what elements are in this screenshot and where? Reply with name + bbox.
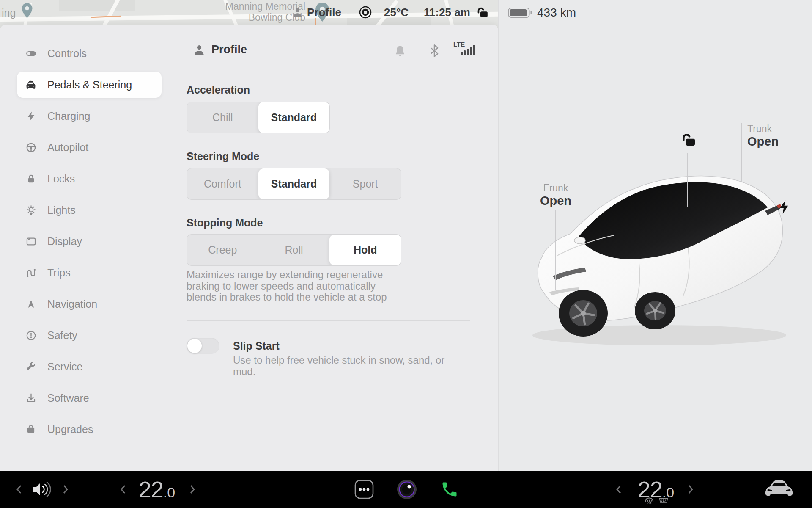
bag-icon	[25, 423, 37, 435]
record-indicator-button[interactable]	[359, 0, 372, 25]
bulb-icon	[25, 204, 37, 216]
charge-port-bolt-icon[interactable]	[779, 200, 790, 214]
navigation-arrow-icon	[25, 298, 37, 310]
cabin-camera-button[interactable]	[396, 471, 418, 508]
volume-down-button[interactable]	[13, 471, 25, 508]
steering-option-comfort[interactable]: Comfort	[187, 168, 258, 199]
sidebar-item-label: Display	[47, 235, 82, 248]
wrench-icon	[25, 361, 37, 373]
driver-temp-up-button[interactable]	[186, 471, 199, 508]
vehicle-status-panel: 433km	[498, 0, 812, 471]
sidebar-item-label: Charging	[47, 110, 90, 122]
route-icon	[25, 267, 37, 279]
car-front-icon	[764, 479, 794, 500]
toggle-knob	[187, 339, 202, 353]
profile-status-label: Profile	[307, 6, 341, 19]
front-defrost-icon[interactable]	[644, 495, 655, 506]
person-icon	[292, 7, 303, 18]
sidebar-item-label: Safety	[47, 329, 77, 342]
map-pin-icon	[20, 3, 34, 20]
acceleration-option-standard[interactable]: Standard	[258, 102, 330, 133]
lock-status-button[interactable]	[475, 0, 489, 25]
signal-strength-icon	[461, 45, 475, 55]
defrost-indicators	[644, 495, 669, 506]
sidebar-item-autopilot[interactable]: Autopilot	[17, 134, 162, 160]
frunk-indicator-line	[555, 210, 556, 290]
alert-circle-icon	[25, 329, 37, 341]
steering-option-standard[interactable]: Standard	[258, 168, 330, 199]
frunk-state: Open	[522, 194, 590, 207]
display-icon	[25, 235, 37, 247]
clock: 11:25 am	[424, 0, 470, 25]
sidebar-item-service[interactable]: Service	[17, 353, 162, 380]
sidebar-item-label: Navigation	[47, 298, 97, 310]
section-divider	[187, 320, 470, 321]
notification-bell-icon[interactable]	[393, 44, 407, 58]
slip-start-toggle[interactable]	[187, 338, 219, 354]
trunk-state: Open	[747, 135, 779, 148]
steering-wheel-icon	[25, 141, 37, 153]
climate-car-button[interactable]	[762, 471, 796, 508]
driver-temp-down-button[interactable]	[117, 471, 129, 508]
sidebar-item-label: Controls	[47, 47, 87, 60]
acceleration-option-chill[interactable]: Chill	[187, 102, 258, 133]
sidebar-item-charging[interactable]: Charging	[17, 103, 162, 129]
settings-panel: Controls Pedals & Steering Charging Auto…	[0, 25, 498, 471]
app-launcher-button[interactable]	[354, 471, 375, 508]
driver-temperature-button[interactable]: 22.0	[134, 471, 180, 508]
person-icon	[193, 44, 206, 56]
sidebar-item-controls[interactable]: Controls	[17, 40, 162, 66]
passenger-temp-down-button[interactable]	[612, 471, 625, 508]
sidebar-item-label: Software	[47, 392, 89, 404]
record-indicator-icon	[359, 6, 372, 19]
sidebar-item-upgrades[interactable]: Upgrades	[17, 416, 162, 442]
sidebar-item-locks[interactable]: Locks	[17, 166, 162, 192]
trunk-label: Trunk	[747, 123, 779, 135]
tesla-infotainment-screen: ing Manning Memorial Bowling Club Profil…	[0, 0, 812, 508]
bluetooth-icon[interactable]	[428, 43, 441, 58]
phone-button[interactable]	[439, 471, 460, 508]
sidebar-item-lights[interactable]: Lights	[17, 197, 162, 223]
frunk-label: Frunk	[522, 182, 590, 194]
stopping-section-label: Stopping Mode	[187, 217, 263, 229]
sidebar-item-navigation[interactable]: Navigation	[17, 291, 162, 317]
outside-temperature: 25°C	[384, 6, 409, 19]
bottom-launcher-bar: 22.0	[0, 471, 812, 508]
chevron-right-icon	[189, 483, 196, 495]
vehicle-unlocked-icon[interactable]	[680, 131, 697, 148]
rear-defrost-icon[interactable]	[658, 495, 669, 506]
sidebar-item-label: Lights	[47, 204, 76, 216]
slip-start-description: Use to help free vehicle stuck in snow, …	[233, 355, 444, 377]
stopping-mode-description: Maximizes range by extending regenerativ…	[187, 269, 387, 303]
passenger-temp-up-button[interactable]	[684, 471, 697, 508]
frunk-open-button[interactable]: Frunk Open	[522, 182, 590, 207]
steering-option-sport[interactable]: Sport	[329, 168, 401, 199]
steering-segmented-control: Comfort Standard Sport	[187, 168, 401, 200]
stopping-option-roll[interactable]: Roll	[258, 235, 330, 265]
toggle-icon	[25, 47, 37, 59]
driver-temperature-value: 22.0	[139, 476, 175, 502]
stopping-option-creep[interactable]: Creep	[187, 235, 258, 265]
temperature-status-button[interactable]: 25°C	[384, 0, 409, 25]
battery-range-button[interactable]: 433km	[508, 6, 576, 19]
trunk-open-button[interactable]: Trunk Open	[747, 123, 779, 148]
download-icon	[25, 392, 37, 404]
map-block	[59, 0, 135, 11]
sidebar-item-trips[interactable]: Trips	[17, 260, 162, 286]
panel-title: Profile	[193, 43, 247, 56]
profile-status-button[interactable]: Profile	[292, 0, 341, 25]
sidebar-item-pedals-steering[interactable]: Pedals & Steering	[17, 72, 162, 98]
stopping-option-hold[interactable]: Hold	[329, 235, 401, 265]
volume-button[interactable]	[30, 471, 53, 508]
sidebar-item-software[interactable]: Software	[17, 385, 162, 411]
phone-icon	[440, 480, 459, 499]
chevron-left-icon	[15, 483, 23, 495]
sidebar-item-safety[interactable]: Safety	[17, 322, 162, 348]
bolt-icon	[25, 110, 37, 122]
chevron-left-icon	[615, 483, 623, 495]
time-label: 11:25 am	[424, 6, 470, 19]
sidebar-item-display[interactable]: Display	[17, 228, 162, 254]
battery-icon	[508, 7, 532, 19]
volume-up-button[interactable]	[59, 471, 72, 508]
app-launcher-icon	[354, 479, 374, 500]
